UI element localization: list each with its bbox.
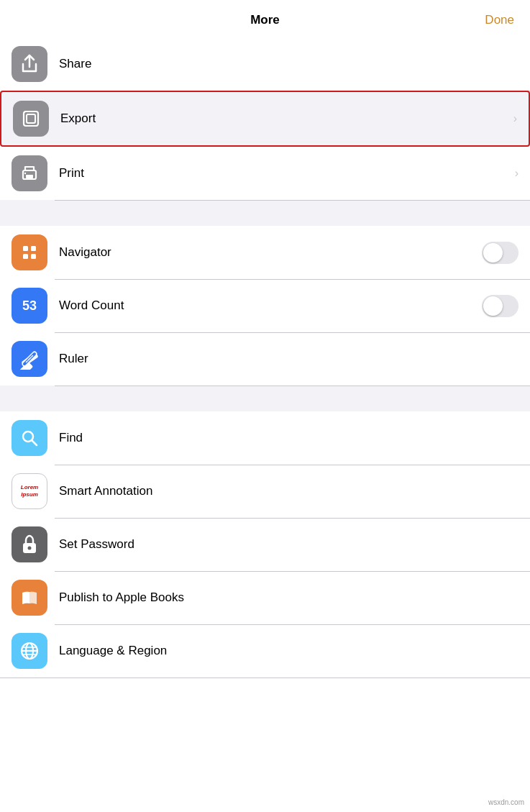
svg-rect-5 (23, 246, 28, 251)
list-item-smart-annotation[interactable]: LoremIpsum Smart Annotation (0, 465, 530, 518)
word-count-toggle[interactable] (482, 295, 518, 317)
list-item-print[interactable]: Print › (0, 147, 530, 200)
page-title: More (250, 13, 280, 27)
set-password-icon-wrapper (12, 526, 47, 562)
navigator-icon (19, 242, 40, 263)
list-item-export[interactable]: Export › (0, 91, 530, 147)
list-item-ruler[interactable]: Ruler (0, 332, 530, 386)
navigator-toggle[interactable] (482, 242, 518, 264)
navigator-toggle-knob (483, 243, 503, 263)
svg-rect-8 (31, 254, 36, 259)
svg-point-4 (24, 173, 26, 174)
apple-books-icon (19, 588, 40, 608)
ruler-icon (19, 348, 40, 370)
find-icon (19, 428, 40, 448)
find-label: Find (59, 431, 518, 445)
lorem-text: LoremIpsum (21, 484, 38, 498)
svg-rect-1 (27, 114, 35, 123)
word-count-label: Word Count (59, 298, 482, 313)
svg-rect-6 (23, 254, 28, 259)
share-icon (20, 54, 39, 74)
export-icon (22, 109, 40, 128)
section-gap-1 (0, 200, 530, 226)
smart-annotation-label: Smart Annotation (59, 484, 518, 498)
print-chevron: › (515, 167, 518, 180)
print-icon (19, 164, 40, 183)
share-label: Share (59, 57, 518, 71)
set-password-icon (20, 534, 39, 555)
publish-apple-books-label: Publish to Apple Books (59, 590, 518, 605)
language-region-label: Language & Region (59, 644, 518, 658)
apple-books-icon-wrapper (12, 580, 47, 616)
ruler-label: Ruler (59, 352, 518, 366)
share-icon-wrapper (12, 46, 47, 82)
smart-annotation-icon-wrapper: LoremIpsum (12, 473, 47, 509)
list-item-find[interactable]: Find (0, 411, 530, 465)
navigator-icon-wrapper (12, 234, 47, 270)
word-count-badge: 53 (12, 288, 47, 324)
list-item-language-region[interactable]: Language & Region (0, 624, 530, 678)
ruler-icon-wrapper (12, 341, 47, 377)
section-gap-2 (0, 386, 530, 411)
navigator-label: Navigator (59, 245, 482, 260)
print-icon-wrapper (12, 155, 47, 191)
word-count-number: 53 (22, 298, 37, 314)
header: More Done (0, 0, 530, 37)
set-password-label: Set Password (59, 537, 518, 552)
language-icon (19, 641, 40, 661)
list-item-share[interactable]: Share (0, 37, 530, 91)
list-item-publish-apple-books[interactable]: Publish to Apple Books (0, 571, 530, 624)
export-label: Export (60, 111, 508, 126)
find-icon-wrapper (12, 420, 47, 456)
print-label: Print (59, 166, 509, 181)
bottom-divider (0, 678, 530, 678)
language-icon-wrapper (12, 633, 47, 669)
watermark: wsxdn.com (488, 798, 524, 806)
export-icon-wrapper (13, 101, 49, 137)
done-button[interactable]: Done (485, 13, 514, 27)
svg-rect-3 (26, 175, 33, 178)
list-item-word-count[interactable]: 53 Word Count (0, 279, 530, 332)
svg-rect-7 (31, 246, 36, 251)
list-item-navigator[interactable]: Navigator (0, 226, 530, 279)
word-count-toggle-knob (483, 296, 503, 316)
menu-list: Share Export › Print › (0, 37, 530, 678)
export-chevron: › (513, 112, 517, 125)
svg-point-13 (28, 547, 32, 550)
list-item-set-password[interactable]: Set Password (0, 518, 530, 571)
